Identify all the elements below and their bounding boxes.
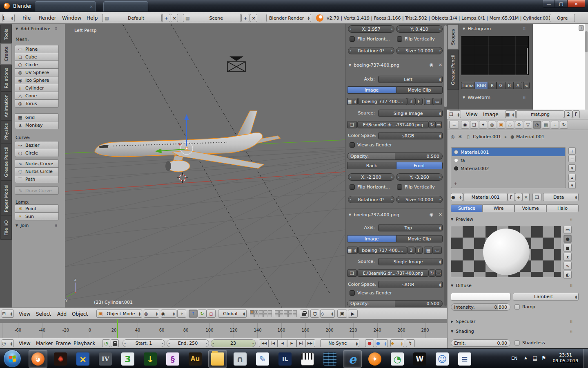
- source-dropdown[interactable]: Single Image▲▼: [378, 258, 443, 265]
- add-nurbs-curve-button[interactable]: ∿Nurbs Curve: [15, 159, 59, 168]
- panel-drag-dots[interactable]: ⠿: [523, 27, 527, 31]
- flip-vertical-checkbox[interactable]: Flip Vertically: [397, 184, 435, 190]
- add-path-button[interactable]: ⌒Path: [15, 175, 59, 183]
- tray-display-icon[interactable]: ▤: [532, 355, 537, 361]
- av-sync-dropdown[interactable]: No Sync▲▼: [320, 339, 359, 347]
- panel-drag-dots[interactable]: ⠿: [55, 27, 58, 31]
- taskbar-app-notes[interactable]: ≡: [455, 350, 474, 368]
- screen-layout-selector[interactable]: ▤ Default: [102, 14, 162, 22]
- preview-cube-icon[interactable]: ◼: [564, 244, 572, 252]
- toolshelf-tab-paper-model[interactable]: Paper Model: [0, 181, 12, 216]
- render-still-icon[interactable]: ▣: [337, 310, 347, 318]
- fake-user-button[interactable]: F: [572, 110, 580, 118]
- reload-icon[interactable]: ↻: [429, 121, 435, 128]
- opacity-slider[interactable]: Opacity:0.500: [347, 153, 443, 160]
- move-slot-down-icon[interactable]: ▾: [568, 182, 576, 189]
- toolshelf-tab-animation[interactable]: Animation: [0, 92, 12, 120]
- keying-set-dropdown[interactable]: ◆▲▼: [390, 339, 404, 347]
- taskbar-app-gear[interactable]: ✦: [365, 350, 384, 368]
- scrollbar-thumb[interactable]: [585, 31, 588, 52]
- file-browse-icon[interactable]: ▭: [435, 121, 442, 128]
- window-titlebar[interactable]: Blender × — ▢ ×: [0, 0, 588, 12]
- data-dropdown[interactable]: Data▲▼: [543, 193, 579, 201]
- diffuse-intensity-slider[interactable]: Intensity:0.800: [451, 303, 510, 311]
- colorspace-dropdown[interactable]: sRGB▲▼: [378, 132, 443, 139]
- taskbar-app-pen[interactable]: ✎: [253, 350, 272, 368]
- toolshelf-tab-grease-pencil[interactable]: Grease Pencil: [0, 143, 12, 181]
- histogram-panel-header[interactable]: ▼Histogram: [463, 26, 491, 31]
- background-window-tab[interactable]: ×: [35, 1, 96, 11]
- manipulator-scale-icon[interactable]: ◻: [207, 310, 216, 318]
- viewport-3d[interactable]: z y Left Persp (23) Cylinder.001: [65, 24, 345, 307]
- world-tab-icon[interactable]: ◍: [488, 121, 496, 129]
- draw-curve-button[interactable]: ✎Draw Curve: [15, 186, 59, 195]
- taskbar-app-blender[interactable]: ◕: [29, 350, 47, 368]
- editor-type-properties-button[interactable]: ≡: [449, 121, 459, 129]
- preview-panel-header[interactable]: ▼Preview: [451, 217, 473, 222]
- image-users-count-button[interactable]: 3: [407, 98, 415, 105]
- lock-icon[interactable]: [300, 310, 309, 318]
- remove-bg-image-icon[interactable]: ×: [439, 212, 442, 217]
- add-layout-button[interactable]: +: [162, 14, 170, 22]
- menu-marker[interactable]: Marker: [36, 341, 53, 346]
- type-wire-button[interactable]: Wire: [483, 204, 514, 212]
- modifiers-tab-icon[interactable]: ⚙: [515, 121, 523, 129]
- shadeless-checkbox[interactable]: Shadeless: [514, 340, 545, 346]
- channel-luma-button[interactable]: Luma: [461, 82, 475, 89]
- layers-widget[interactable]: [250, 310, 297, 317]
- add-curve-circle-button[interactable]: ○Circle: [15, 149, 59, 157]
- maximize-button[interactable]: ▢: [555, 0, 567, 8]
- waveform-panel-header[interactable]: ▼Waveform: [463, 95, 490, 100]
- tab-image[interactable]: Image: [347, 235, 396, 242]
- flip-horizontal-checkbox[interactable]: Flip Horizont...: [350, 36, 390, 42]
- scrollbar-track[interactable]: [444, 25, 447, 306]
- open-image-icon[interactable]: ▭: [433, 98, 442, 105]
- fake-user-button[interactable]: F: [415, 247, 423, 254]
- close-icon[interactable]: ×: [90, 4, 93, 9]
- taskbar-app-ie[interactable]: e: [343, 350, 362, 368]
- preview-flat-icon[interactable]: ▭: [564, 226, 572, 234]
- new-material-button[interactable]: +: [515, 193, 522, 201]
- background-window-tab[interactable]: [103, 1, 148, 11]
- region-corner-widget[interactable]: +: [579, 25, 584, 31]
- driver-icon[interactable]: ↯: [406, 339, 415, 347]
- specular-panel-header[interactable]: ▶Specular: [451, 319, 475, 324]
- diffuse-panel-header[interactable]: ▼Diffuse: [451, 283, 472, 288]
- tray-language[interactable]: EN: [511, 356, 517, 361]
- particles-tab-icon[interactable]: ∴: [551, 121, 559, 129]
- record-icon[interactable]: ●: [365, 339, 374, 347]
- add-scene-button[interactable]: +: [241, 14, 249, 22]
- add-nurbs-circle-button[interactable]: ◌Nurbs Circle: [15, 167, 59, 175]
- show-desktop-button[interactable]: [584, 349, 588, 368]
- scene-selector[interactable]: ▤ Scene: [183, 14, 241, 22]
- manipulator-translate-icon[interactable]: ↑: [189, 310, 198, 318]
- taskbar-app-contacts[interactable]: ☺: [433, 350, 452, 368]
- fake-user-button[interactable]: F: [508, 193, 515, 201]
- bg-image-panel-header[interactable]: ▼boeing-737-400.png: [349, 212, 399, 218]
- toolshelf-tab-create[interactable]: Create: [0, 43, 12, 65]
- pin-icon[interactable]: ◎: [451, 134, 455, 139]
- channel-g-button[interactable]: G: [497, 82, 505, 89]
- lock-time-icon[interactable]: [111, 339, 119, 347]
- add-sun-lamp-button[interactable]: ☀Sun: [15, 212, 59, 220]
- toolshelf-tab-file-io[interactable]: File I/O: [0, 216, 12, 240]
- image-users-count-button[interactable]: 2: [564, 110, 572, 118]
- render-engine-selector[interactable]: Blender Render▲▼: [266, 14, 311, 22]
- ramp-checkbox[interactable]: Ramp: [514, 304, 535, 310]
- join-panel-header[interactable]: ▼Join: [16, 223, 29, 228]
- minimize-button[interactable]: —: [543, 0, 555, 8]
- source-dropdown[interactable]: Single Image▲▼: [378, 110, 443, 117]
- taskbar-app-iv[interactable]: IV: [96, 350, 115, 368]
- bg-x-offset-field[interactable]: ◂X:-2.200▸: [348, 173, 394, 181]
- panel-drag-dots[interactable]: ⠿: [570, 218, 574, 222]
- emit-slider[interactable]: Emit:0.00: [451, 339, 510, 347]
- jump-to-start-button[interactable]: |◀◀: [259, 339, 268, 347]
- frame-end-field[interactable]: ◂End:250▸: [167, 339, 209, 347]
- node-icon[interactable]: ✱: [458, 134, 462, 139]
- texture-tab-icon[interactable]: ▦: [542, 121, 550, 129]
- add-grid-button[interactable]: ▦Grid: [15, 113, 59, 121]
- diffuse-color-swatch[interactable]: [451, 293, 510, 301]
- audio-sync-icon[interactable]: ●▲▼: [376, 339, 388, 347]
- list-add-icon[interactable]: +: [454, 181, 457, 186]
- pivot-point-dropdown[interactable]: ◉▲▼: [161, 310, 176, 318]
